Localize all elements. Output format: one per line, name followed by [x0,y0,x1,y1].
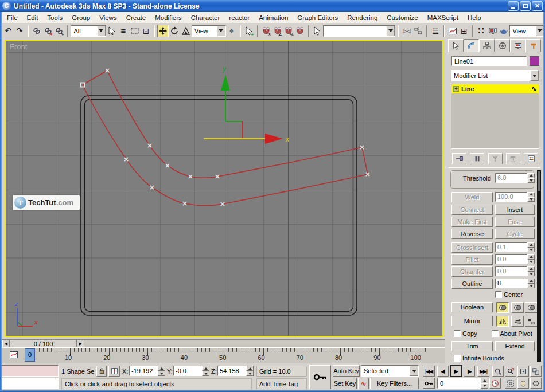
tab-motion[interactable] [495,39,510,52]
panel-scrollbar[interactable] [537,170,541,362]
spline-cap-left[interactable] [83,70,107,85]
expand-icon[interactable]: + [453,86,459,92]
arc-rotate-button[interactable] [530,378,542,389]
restore-button[interactable] [520,1,531,11]
pin-stack-button[interactable] [452,153,466,164]
default-tangent-button[interactable]: ∿ [358,378,369,389]
menu-reactor[interactable]: reactor [224,13,254,22]
close-button[interactable]: ✕ [532,1,543,11]
vertex-marker[interactable]: × [365,171,371,177]
curve-editor-button[interactable] [447,25,458,37]
vertex-marker[interactable]: × [105,68,110,73]
modifier-list-dropdown[interactable]: Modifier List [451,70,539,81]
menu-file[interactable]: File [2,13,22,22]
menu-maxscript[interactable]: MAXScript [423,13,463,22]
undo-button[interactable]: ↶ [2,25,14,37]
menu-character[interactable]: Character [186,13,225,22]
chamfer-spinner[interactable] [527,266,535,276]
boolean-intersect-button[interactable] [525,302,538,313]
set-keys-button[interactable] [309,365,331,389]
render-setup-button[interactable] [487,25,499,37]
current-frame-field[interactable] [437,378,481,389]
stack-item-line[interactable]: + Line ∿ [451,84,539,93]
remove-modifier-button[interactable] [506,153,520,164]
chamfer-button[interactable]: Chamfer [451,266,493,277]
trackbar-ruler[interactable] [26,348,431,362]
redo-button[interactable]: ↷ [14,25,25,37]
center-checkbox[interactable] [495,291,502,298]
material-editor-button[interactable]: ∷ [476,25,487,37]
use-pivot-center-button[interactable]: ⌖ [226,25,238,37]
mirror-horizontal-button[interactable] [496,316,509,327]
gizmo-y-arrow[interactable] [221,75,230,91]
vertex-marker[interactable]: × [188,174,193,179]
fuse-button[interactable]: Fuse [495,217,535,227]
maxscript-listener-field[interactable] [1,378,59,389]
key-mode-toggle-button[interactable] [423,378,435,389]
chamfer-field[interactable]: 0.0 [495,266,527,276]
extend-button[interactable]: Extend [495,341,535,351]
weld-spinner[interactable] [527,192,535,202]
y-coord-spinner[interactable] [202,366,209,376]
rectangle-spline-inner[interactable] [85,100,353,312]
vertex-marker[interactable]: × [165,163,170,168]
select-rotate-button[interactable] [169,25,180,37]
vertex-marker[interactable]: × [215,174,220,179]
reference-coordinate-dropdown[interactable]: View [192,25,226,37]
tab-display[interactable] [510,39,525,52]
copy-checkbox[interactable] [454,330,461,337]
go-end-button[interactable]: ▶▶| [477,366,489,377]
schematic-view-button[interactable]: ⊞ [458,25,470,37]
outline-button[interactable]: Outline [451,279,493,289]
tab-utilities[interactable] [525,39,541,52]
menu-animation[interactable]: Animation [254,13,293,22]
zoom-extents-all-button[interactable] [530,366,542,377]
menu-modifiers[interactable]: Modifiers [150,13,186,22]
play-button[interactable]: ▶ [450,365,462,377]
menu-create[interactable]: Create [122,13,151,22]
crossinsert-button[interactable]: CrossInsert [451,242,493,253]
set-key-button[interactable]: Set Key [333,378,357,389]
spinner-snap-button[interactable] [294,25,306,37]
x-coord-field[interactable] [129,366,158,376]
selection-filter-dropdown[interactable]: All [71,25,106,37]
vertex-marker[interactable]: × [220,201,225,207]
select-by-name-button[interactable]: ≡ [118,25,129,37]
crossinsert-field[interactable]: 0.1 [495,242,527,252]
mini-curve-editor-button[interactable] [9,350,19,360]
menu-graph-editors[interactable]: Graph Editors [293,13,342,22]
object-color-swatch[interactable] [530,56,539,66]
fillet-spinner[interactable] [527,254,535,264]
time-back-button[interactable]: ◀ [2,340,10,347]
selection-lock-button[interactable] [96,366,107,377]
menu-group[interactable]: Group [67,13,95,22]
make-unique-button[interactable] [488,153,503,164]
connect-button[interactable]: Connect [451,205,493,215]
align-button[interactable] [412,25,424,37]
dropdown-arrow-icon[interactable] [217,26,225,36]
pan-button[interactable] [517,378,529,389]
viewport-canvas[interactable]: x y z x Front T TechTut.com ××××××××××× [5,40,443,337]
boolean-button[interactable]: Boolean [451,302,493,312]
zoom-button[interactable] [492,366,504,377]
auto-key-button[interactable]: Auto Key [333,365,360,377]
vertex-marker[interactable]: × [150,185,155,190]
layer-manager-button[interactable]: ≣ [430,25,441,37]
region-zoom-button[interactable] [505,378,516,389]
menu-tools[interactable]: Tools [42,13,67,22]
threshold-field[interactable]: 6.0 [495,173,527,183]
render-view-dropdown[interactable]: View [509,25,545,37]
menu-views[interactable]: Views [95,13,121,22]
vertex-marker[interactable]: × [360,144,365,150]
fillet-button[interactable]: Fillet [451,254,493,265]
next-frame-button[interactable]: |▶ [464,366,475,377]
zoom-extents-button[interactable] [517,366,529,377]
tab-hierarchy[interactable] [479,39,495,52]
select-object-button[interactable] [106,25,118,37]
select-link-button[interactable] [31,25,42,37]
reverse-button[interactable]: Reverse [451,229,493,239]
menu-help[interactable]: Help [463,13,486,22]
track-bar[interactable]: 102030405060708090100 0 [2,348,445,363]
outline-field[interactable]: 8 [495,279,527,288]
dropdown-arrow-icon[interactable] [410,366,418,376]
